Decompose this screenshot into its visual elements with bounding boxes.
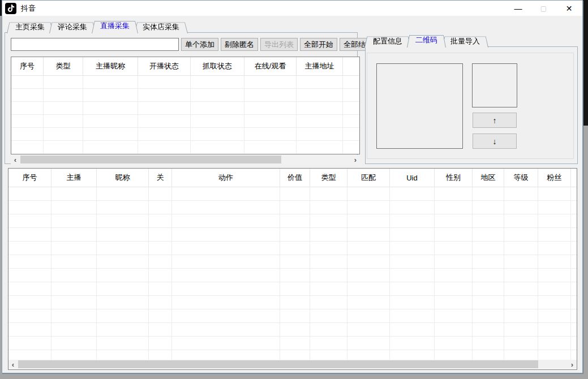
table-cell	[310, 201, 347, 214]
minimize-icon[interactable]: —	[505, 1, 531, 16]
table-cell	[390, 242, 435, 255]
column-header[interactable]: 开播状态	[138, 57, 191, 75]
config-tab-2[interactable]: 二维码	[407, 33, 446, 48]
column-header[interactable]: 主播昵称	[83, 57, 138, 75]
tab-2[interactable]: 评论采集	[49, 21, 96, 33]
anchor-url-input[interactable]	[11, 38, 179, 51]
table-cell	[8, 214, 51, 227]
table-cell	[538, 337, 571, 350]
table-row[interactable]	[8, 269, 577, 282]
column-header[interactable]: 抓取状态	[191, 57, 244, 75]
column-header[interactable]: 昵称	[97, 169, 149, 187]
tab-1[interactable]: 主页采集	[7, 21, 53, 33]
table-row[interactable]	[11, 128, 359, 141]
table-cell	[347, 187, 390, 200]
table-cell	[172, 309, 280, 322]
table-cell	[310, 337, 347, 350]
table-cell	[8, 323, 51, 336]
table-row[interactable]	[8, 309, 577, 323]
table-cell	[538, 242, 571, 255]
column-header[interactable]: 粉丝	[538, 169, 571, 187]
table-cell	[244, 128, 297, 140]
scroll-right-icon[interactable]: ›	[568, 360, 577, 369]
table-cell	[473, 269, 504, 282]
move-down-button[interactable]: ↓	[473, 133, 517, 149]
column-header[interactable]: 关	[149, 169, 172, 187]
table-cell	[347, 228, 390, 241]
table-row[interactable]	[11, 102, 359, 115]
column-header[interactable]: 价值	[280, 169, 310, 187]
action-table-hscrollbar[interactable]: ‹ ›	[8, 360, 577, 369]
table-cell	[473, 214, 504, 227]
tab-4[interactable]: 实体店采集	[134, 21, 188, 33]
window-title: 抖音	[21, 3, 36, 14]
table-row[interactable]	[11, 115, 359, 128]
close-icon[interactable]: ✕	[556, 1, 582, 16]
table-cell	[83, 141, 138, 153]
move-up-button[interactable]: ↑	[473, 113, 517, 128]
tab-3[interactable]: 直播采集	[92, 19, 138, 33]
table-row[interactable]	[8, 323, 577, 337]
table-cell	[297, 102, 343, 114]
scroll-left-icon[interactable]: ‹	[11, 155, 20, 164]
scroll-thumb[interactable]	[20, 156, 281, 163]
button-单个添加[interactable]: 单个添加	[181, 38, 218, 51]
table-cell	[51, 269, 97, 282]
scroll-right-icon[interactable]: ›	[351, 155, 360, 164]
column-header[interactable]: 地区	[473, 169, 504, 187]
column-header[interactable]: 主播地址	[297, 57, 343, 75]
scroll-thumb[interactable]	[18, 360, 538, 368]
table-row[interactable]	[8, 228, 577, 242]
button-全部开始[interactable]: 全部开始	[300, 38, 337, 51]
table-cell	[172, 255, 280, 268]
column-header[interactable]: 匹配	[347, 169, 390, 187]
table-row[interactable]	[8, 242, 577, 255]
table-row[interactable]	[11, 89, 359, 102]
table-cell	[8, 282, 51, 295]
table-row[interactable]	[8, 214, 577, 228]
table-row[interactable]	[8, 282, 577, 296]
table-cell	[172, 214, 280, 227]
table-cell	[149, 282, 172, 295]
maximize-icon[interactable]: ▢	[531, 1, 556, 16]
table-row[interactable]	[11, 141, 359, 153]
table-cell	[11, 141, 44, 153]
column-header[interactable]: 在线/观看	[244, 57, 297, 75]
column-header[interactable]: roomid	[343, 57, 360, 75]
column-header[interactable]: 类型	[44, 57, 83, 75]
table-cell	[435, 242, 473, 255]
table-cell	[347, 282, 390, 295]
config-tab-1[interactable]: 配置信息	[364, 35, 411, 48]
column-header[interactable]: 类型	[310, 169, 347, 187]
table-cell	[11, 102, 44, 114]
table-cell	[280, 282, 310, 295]
live-table-hscrollbar[interactable]: ‹ ›	[11, 155, 360, 164]
button-剔除匿名[interactable]: 剔除匿名	[221, 38, 258, 51]
table-row[interactable]	[8, 296, 577, 309]
table-cell	[97, 187, 149, 200]
table-cell	[310, 323, 347, 336]
column-header[interactable]: 动作	[172, 169, 280, 187]
column-header[interactable]: 序号	[11, 57, 44, 75]
table-cell	[473, 296, 504, 309]
column-header[interactable]: Uid	[390, 169, 435, 187]
table-cell	[538, 269, 571, 282]
table-cell	[473, 309, 504, 322]
scroll-left-icon[interactable]: ‹	[8, 360, 18, 369]
column-header[interactable]: 性别	[435, 169, 473, 187]
table-cell	[51, 228, 97, 241]
table-cell	[504, 337, 538, 350]
table-row[interactable]	[8, 337, 577, 350]
config-tab-3[interactable]: 批量导入	[442, 35, 488, 48]
table-row[interactable]	[8, 255, 577, 269]
column-header[interactable]: 主播	[51, 169, 97, 187]
table-cell	[310, 242, 347, 255]
table-row[interactable]	[11, 76, 359, 89]
column-header[interactable]: 等级	[504, 169, 538, 187]
table-cell	[538, 187, 571, 200]
table-row[interactable]	[8, 187, 577, 201]
table-row[interactable]	[8, 201, 577, 214]
column-header[interactable]: 序号	[8, 169, 51, 187]
table-cell	[473, 228, 504, 241]
table-header-row: 序号主播昵称关动作价值类型匹配Uid性别地区等级粉丝	[8, 169, 577, 187]
